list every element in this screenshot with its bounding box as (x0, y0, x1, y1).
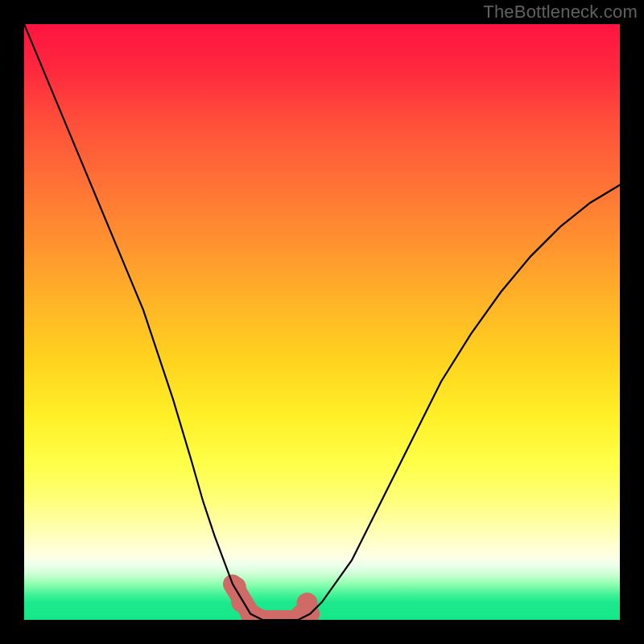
bottleneck-curve (24, 24, 620, 620)
curve-layer (24, 24, 620, 620)
watermark-text: TheBottleneck.com (483, 2, 638, 23)
chart-stage: TheBottleneck.com (0, 0, 644, 644)
plot-area (24, 24, 620, 620)
